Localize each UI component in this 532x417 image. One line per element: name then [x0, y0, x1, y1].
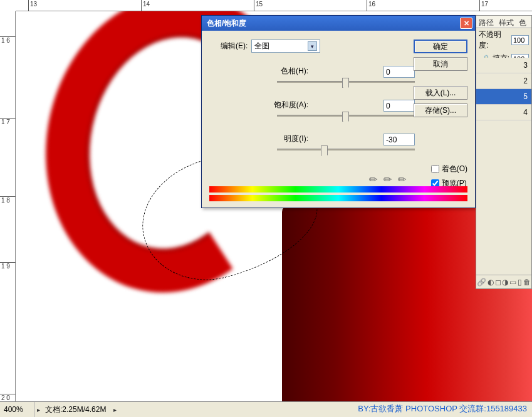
ruler-tick-label: 15 [256, 1, 263, 8]
lightness-slider[interactable] [277, 149, 415, 150]
tab-color[interactable]: 色 [516, 16, 529, 28]
chevron-down-icon: ▾ [308, 41, 317, 51]
save-button[interactable]: 存储(S)... [414, 103, 467, 117]
vertical-ruler: 1 6 1 7 1 8 1 9 2 0 [0, 11, 16, 401]
lightness-label: 明度(I): [239, 134, 321, 144]
edit-dropdown[interactable]: 全图 ▾ [251, 40, 320, 53]
color-spectrum [209, 186, 467, 201]
cancel-button[interactable]: 取消 [414, 57, 467, 71]
saturation-input[interactable] [383, 100, 415, 112]
layer-item[interactable]: 5 [476, 89, 531, 105]
lightness-input[interactable] [383, 134, 415, 145]
ruler-tick-label: 16 [368, 1, 375, 8]
ruler-tick-label: 13 [30, 1, 37, 8]
ruler-tick-label: 14 [143, 1, 150, 8]
ok-button[interactable]: 确定 [414, 40, 467, 53]
slider-thumb[interactable] [321, 145, 328, 156]
hue-saturation-dialog: 色相/饱和度 ✕ 编辑(E): 全图 ▾ 色相(H): 饱和度(A): 明度(I… [201, 15, 476, 208]
layer-item[interactable]: 4 [476, 105, 531, 120]
ruler-tick-label: 1 7 [1, 119, 10, 125]
layer-label: 3 [523, 61, 528, 70]
layer-label: 2 [523, 77, 528, 85]
eyedropper-minus-icon[interactable]: ✎ [395, 172, 409, 187]
ruler-tick-label: 2 0 [1, 395, 10, 401]
layer-label: 4 [523, 108, 528, 117]
tab-styles[interactable]: 样式 [496, 16, 516, 28]
dialog-titlebar[interactable]: 色相/饱和度 ✕ [202, 16, 475, 31]
hue-label: 色相(H): [239, 66, 321, 77]
document-size: 文档:2.25M/4.62M [40, 404, 111, 415]
eyedropper-plus-icon[interactable]: ✎ [380, 172, 395, 187]
opacity-input[interactable] [511, 35, 529, 45]
trash-icon[interactable]: 🗑 [523, 278, 531, 287]
zoom-level[interactable]: 400% [0, 402, 34, 417]
slider-thumb[interactable] [342, 112, 349, 122]
watermark-text: BY:古欲香萧 PHOTOSHOP 交流群:155189433 [358, 403, 527, 414]
load-button[interactable]: 载入(L)... [414, 86, 467, 100]
eyedropper-tools[interactable]: ✎ ✎ ✎ [369, 174, 406, 186]
tab-paths[interactable]: 路径 [476, 16, 496, 28]
edit-value: 全图 [254, 41, 269, 51]
ruler-tick-label: 1 8 [1, 198, 10, 203]
edit-label: 编辑(E): [221, 41, 248, 51]
saturation-slider[interactable] [277, 115, 415, 117]
fx-icon[interactable]: ◐ [488, 278, 494, 287]
colorize-checkbox[interactable]: 着色(O) [431, 164, 467, 174]
opacity-label: 不透明度: [479, 29, 509, 51]
ruler-tick-label: 1 9 [1, 263, 10, 269]
eyedropper-icon[interactable]: ✎ [366, 172, 380, 187]
adjust-icon[interactable]: ◑ [502, 278, 508, 287]
layer-item[interactable]: 2 [476, 73, 531, 89]
new-layer-icon[interactable]: ▯ [518, 278, 522, 287]
layers-panel: 3 2 5 4 🔗 ◐ ◻ ◑ ▭ ▯ 🗑 [476, 58, 532, 289]
layer-item[interactable]: 3 [476, 58, 531, 73]
dialog-title: 色相/饱和度 [204, 18, 460, 29]
ruler-tick-label: 1 6 [1, 38, 10, 43]
colorize-label: 着色(O) [442, 164, 467, 174]
slider-thumb[interactable] [342, 78, 349, 88]
horizontal-ruler: 13 14 15 16 17 [16, 0, 532, 11]
hue-input[interactable] [383, 66, 415, 78]
folder-icon[interactable]: ▭ [509, 278, 516, 287]
close-button[interactable]: ✕ [460, 18, 472, 29]
arrow-icon[interactable]: ▸ [113, 406, 117, 413]
mask-icon[interactable]: ◻ [495, 278, 501, 287]
link-icon[interactable]: 🔗 [477, 278, 486, 287]
saturation-label: 饱和度(A): [239, 100, 321, 110]
ruler-tick-label: 17 [481, 1, 488, 8]
hue-slider[interactable] [277, 81, 415, 83]
layer-label: 5 [523, 92, 528, 101]
